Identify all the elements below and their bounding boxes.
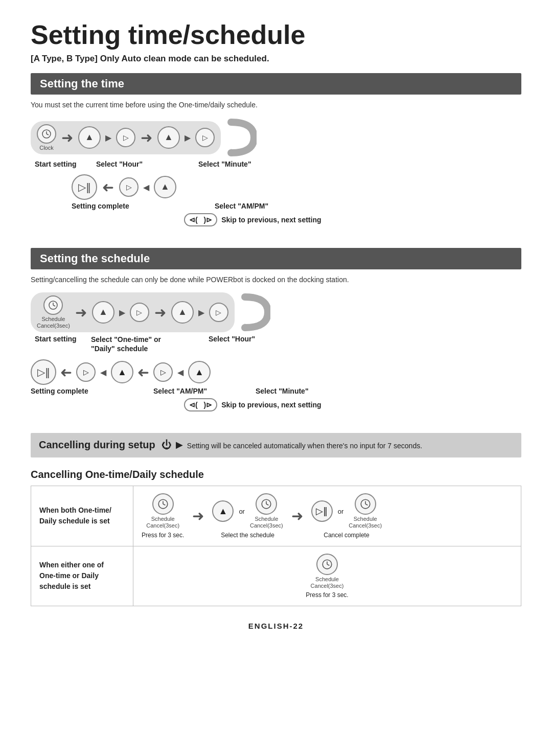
cancel-step-1: Schedule Cancel(3sec) Press for 3 sec. — [142, 493, 184, 538]
curve-right-s — [240, 292, 270, 333]
skip-note-time: ⊲( )⊳ Skip to previous, next setting — [184, 213, 521, 226]
cancel-clock-3[interactable]: Schedule Cancel(3sec) — [349, 493, 382, 529]
complete-btn-s[interactable]: ▷‖ — [31, 359, 56, 385]
cancel-table: When both One-time/ Daily schedule is se… — [31, 486, 521, 606]
schedule-clock-button[interactable]: Schedule Cancel(3sec) — [37, 295, 70, 329]
d-btn-3[interactable]: ▷ — [119, 177, 139, 197]
page-footer: ENGLISH-22 — [31, 622, 521, 630]
complete-label-s: Setting complete — [31, 387, 123, 395]
play-pause-btn[interactable]: ▷‖ — [311, 500, 333, 522]
page-title: Setting time/schedule — [31, 20, 521, 50]
complete-btn[interactable]: ▷‖ — [72, 174, 97, 200]
select-ampm-label-s: Select "AM/PM" — [153, 387, 235, 395]
cancel-clock-1[interactable]: Schedule Cancel(3sec) — [146, 493, 179, 529]
cancel-step-2: ▲ or Schedule Cancel(3sec) Select the sc… — [212, 493, 283, 538]
up-btn-s2[interactable]: ▲ — [171, 301, 194, 324]
svg-line-13 — [266, 504, 268, 505]
setting-schedule-desc: Setting/cancelling the schedule can only… — [31, 276, 521, 284]
complete-label: Setting complete — [72, 202, 164, 210]
cancel-banner-title: Cancelling during setup — [39, 439, 155, 451]
arrow-right-banner: ▶ — [176, 439, 183, 450]
play-btn-1[interactable]: ▶ — [105, 133, 111, 143]
select-ampm-label: Select "AM/PM" — [215, 202, 268, 210]
arrow-s1: ➜ — [75, 304, 87, 321]
cancelling-schedule-section: Cancelling One-time/Daily schedule When … — [31, 469, 521, 606]
arrow2: ➜ — [141, 129, 152, 146]
cancel-clock-either[interactable]: Schedule Cancel(3sec) — [311, 554, 344, 589]
cancel-steps-both: Schedule Cancel(3sec) Press for 3 sec. ➜… — [133, 486, 521, 546]
start-label: Start setting — [35, 160, 91, 168]
cancel-step-either: Schedule Cancel(3sec) Press for 3 sec. — [142, 554, 513, 599]
schedule-band: Schedule Cancel(3sec) ➜ ▲ ▶ ▷ ➜ ▲ — [31, 292, 235, 332]
cancelling-schedule-header: Cancelling One-time/Daily schedule — [31, 469, 521, 480]
up-btn-3[interactable]: ▲ — [154, 176, 176, 198]
power-icon: ⏻ — [162, 439, 172, 451]
start-label-s: Start setting — [35, 335, 91, 343]
arrow1: ➜ — [61, 129, 73, 146]
cancel-step-3: ▷‖ or Schedule Cancel(3sec) Cancel compl… — [311, 493, 382, 538]
clock-button[interactable]: Clock — [37, 124, 56, 151]
arrow-c2: ➜ — [291, 508, 303, 524]
select-minute-label-s: Select "Minute" — [256, 387, 309, 395]
curve-right — [226, 117, 257, 158]
d-btn-2[interactable]: ▷ — [195, 128, 215, 147]
time-clock-band: Clock ➜ ▲ ▶ ▷ ➜ — [31, 121, 221, 154]
svg-line-16 — [365, 504, 367, 505]
cancel-row-both: When both One-time/ Daily schedule is se… — [31, 486, 521, 546]
select-minute-label: Select "Minute" — [198, 160, 290, 168]
svg-line-10 — [163, 504, 165, 505]
setting-schedule-section: Setting the schedule Setting/cancelling … — [31, 248, 521, 422]
select-type-label: Select "One-time" or "Daily" schedule — [91, 335, 161, 353]
up-btn-s3[interactable]: ▲ — [111, 361, 133, 383]
arrow-left-1: ➜ — [102, 179, 114, 196]
cancel-banner: Cancelling during setup ⏻ ▶ Setting will… — [31, 433, 521, 457]
d-btn-s3[interactable]: ▷ — [76, 362, 96, 382]
up-btn-1[interactable]: ▲ — [78, 126, 101, 149]
schedule-diagram: Schedule Cancel(3sec) ➜ ▲ ▶ ▷ ➜ ▲ — [31, 292, 521, 422]
svg-line-2 — [47, 134, 49, 135]
cancelling-setup-section: Cancelling during setup ⏻ ▶ Setting will… — [31, 433, 521, 457]
select-hour-label: Select "Hour" — [96, 160, 188, 168]
setting-time-desc: You must set the current time before usi… — [31, 101, 521, 109]
cancel-banner-text: Setting will be canceled automatically w… — [187, 439, 422, 451]
arrow-s2: ➜ — [154, 304, 166, 321]
time-diagram: Clock ➜ ▲ ▶ ▷ ➜ — [31, 117, 521, 237]
cancel-steps-either: Schedule Cancel(3sec) Press for 3 sec. — [133, 546, 521, 606]
d-btn-1[interactable]: ▷ — [116, 128, 135, 147]
cancel-clock-2[interactable]: Schedule Cancel(3sec) — [250, 493, 283, 529]
up-btn-c2[interactable]: ▲ — [212, 500, 234, 522]
d-btn-s4[interactable]: ▷ — [153, 362, 173, 382]
svg-line-19 — [327, 564, 329, 565]
setting-schedule-header: Setting the schedule — [31, 248, 521, 269]
select-hour-label-s: Select "Hour" — [209, 335, 255, 343]
setting-time-header: Setting the time — [31, 73, 521, 95]
play-btn-2[interactable]: ▶ — [185, 133, 191, 143]
skip-note-schedule: ⊲( )⊳ Skip to previous, next setting — [184, 398, 521, 411]
up-btn-2[interactable]: ▲ — [157, 126, 180, 149]
svg-line-6 — [53, 305, 55, 306]
arrow-c1: ➜ — [192, 508, 204, 524]
setting-time-section: Setting the time You must set the curren… — [31, 73, 521, 237]
d-btn-s2[interactable]: ▷ — [209, 303, 228, 322]
subtitle: [A Type, B Type] Only Auto clean mode ca… — [31, 54, 521, 64]
cancel-label-both: When both One-time/ Daily schedule is se… — [31, 486, 133, 546]
cancel-row-either: When either one of One-time or Daily sch… — [31, 546, 521, 606]
cancel-label-either: When either one of One-time or Daily sch… — [31, 546, 133, 606]
up-btn-s1[interactable]: ▲ — [92, 301, 114, 324]
d-btn-s1[interactable]: ▷ — [130, 303, 149, 322]
up-btn-s4[interactable]: ▲ — [188, 361, 211, 383]
